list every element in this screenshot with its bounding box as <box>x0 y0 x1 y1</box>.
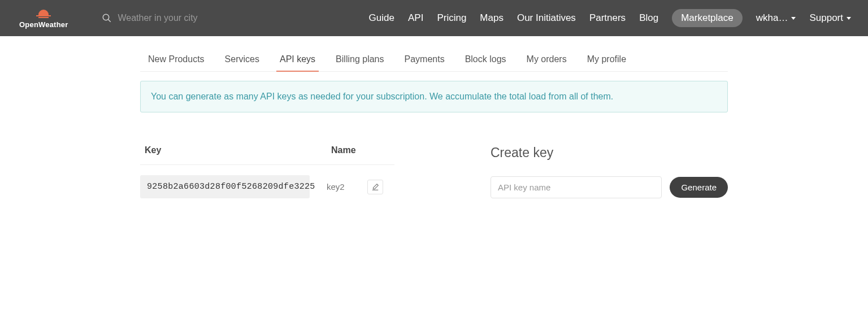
tab-my-orders[interactable]: My orders <box>527 49 567 71</box>
create-key-title: Create key <box>491 145 728 160</box>
account-tabs: New Products Services API keys Billing p… <box>140 49 728 72</box>
column-header-key: Key <box>145 145 331 155</box>
search-box[interactable] <box>102 13 242 23</box>
nav-support-label: Support <box>809 12 843 24</box>
page-content: New Products Services API keys Billing p… <box>140 36 728 198</box>
caret-down-icon <box>791 17 796 20</box>
nav-marketplace[interactable]: Marketplace <box>672 9 743 27</box>
nav-support-menu[interactable]: Support <box>809 12 851 24</box>
api-key-name: key2 <box>327 182 361 192</box>
tab-billing-plans[interactable]: Billing plans <box>336 49 384 71</box>
tab-api-keys[interactable]: API keys <box>280 49 315 71</box>
svg-rect-3 <box>38 17 49 18</box>
svg-rect-2 <box>36 15 51 16</box>
api-keys-table: Key Name 9258b2a6603d28f00f5268209dfe322… <box>140 145 394 198</box>
logo-icon <box>33 7 54 20</box>
svg-point-4 <box>103 14 110 20</box>
nav-guide[interactable]: Guide <box>369 12 394 24</box>
table-row: 9258b2a6603d28f00f5268209dfe3225 key2 <box>140 165 394 198</box>
generate-button[interactable]: Generate <box>670 177 728 198</box>
edit-key-button[interactable] <box>367 180 383 194</box>
nav-pricing[interactable]: Pricing <box>437 12 466 24</box>
search-icon <box>102 13 112 23</box>
brand-name: OpenWeather <box>19 20 68 29</box>
nav-maps[interactable]: Maps <box>480 12 504 24</box>
nav-api[interactable]: API <box>408 12 423 24</box>
api-key-value: 9258b2a6603d28f00f5268209dfe3225 <box>140 175 310 198</box>
nav-our-initiatives[interactable]: Our Initiatives <box>517 12 576 24</box>
tab-my-profile[interactable]: My profile <box>587 49 626 71</box>
api-key-name-input[interactable] <box>491 176 662 198</box>
tab-new-products[interactable]: New Products <box>148 49 205 71</box>
svg-line-5 <box>108 19 111 22</box>
brand-logo[interactable]: OpenWeather <box>19 7 68 29</box>
search-input[interactable] <box>118 13 242 23</box>
main-nav: Guide API Pricing Maps Our Initiatives P… <box>369 9 851 27</box>
nav-blog[interactable]: Blog <box>639 12 658 24</box>
tab-services[interactable]: Services <box>225 49 259 71</box>
tab-payments[interactable]: Payments <box>404 49 444 71</box>
edit-icon <box>371 183 379 191</box>
column-header-name: Name <box>331 145 390 155</box>
info-banner: You can generate as many API keys as nee… <box>140 81 728 112</box>
tab-block-logs[interactable]: Block logs <box>465 49 506 71</box>
nav-partners[interactable]: Partners <box>589 12 626 24</box>
top-navbar: OpenWeather Guide API Pricing Maps Our I… <box>0 0 868 36</box>
nav-user-label: wkha… <box>756 12 788 24</box>
create-key-panel: Create key Generate <box>491 145 728 198</box>
caret-down-icon <box>847 17 851 20</box>
nav-user-menu[interactable]: wkha… <box>756 12 796 24</box>
